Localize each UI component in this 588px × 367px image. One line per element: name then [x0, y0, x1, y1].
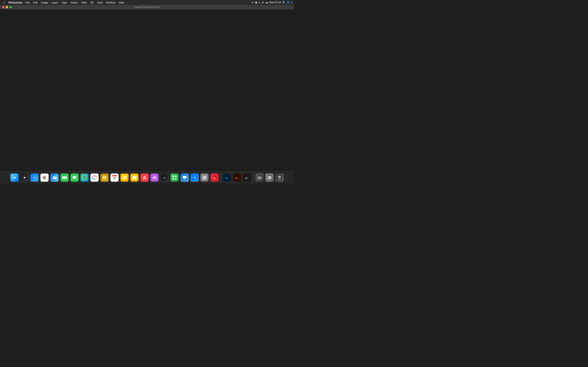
edit-menu[interactable]: Edit	[31, 0, 39, 5]
maximize-button[interactable]	[9, 6, 12, 8]
svg-point-30	[95, 176, 97, 177]
dock-item-bridge[interactable]: Br	[242, 173, 252, 182]
help-menu[interactable]: Help	[117, 0, 126, 5]
window-controls	[2, 6, 12, 8]
svg-point-29	[94, 175, 95, 176]
svg-rect-94	[258, 176, 259, 177]
svg-rect-102	[278, 176, 281, 177]
svg-rect-70	[183, 179, 186, 180]
svg-rect-65	[173, 178, 174, 180]
wifi-icon[interactable]: ⚡	[261, 1, 264, 4]
svg-point-78	[203, 177, 203, 178]
svg-point-34	[92, 176, 94, 177]
svg-point-82	[205, 176, 206, 177]
svg-text:10: 10	[113, 177, 116, 179]
svg-rect-20	[62, 176, 66, 179]
dock-item-trash[interactable]	[275, 173, 284, 182]
dock-item-chrome[interactable]	[40, 173, 49, 182]
dock-item-notefile[interactable]	[100, 173, 109, 182]
svg-text:A: A	[194, 176, 196, 179]
dock-item-creative-cloud[interactable]: Cc	[210, 173, 219, 182]
svg-text:Br: Br	[245, 177, 248, 179]
minimize-button[interactable]	[6, 6, 8, 8]
svg-rect-64	[175, 175, 177, 177]
dock-item-calendar[interactable]: 10	[110, 173, 119, 182]
menu-bar-left:  Photoshop File Edit Image Layer Type S…	[2, 0, 126, 5]
app-name-menu[interactable]: Photoshop	[7, 0, 24, 5]
user-avatar[interactable]: 👤	[287, 1, 290, 4]
clock: Wed 22:16	[269, 1, 281, 4]
menu-bar-right: 👁 ▦ A ⚡ ▬ Wed 22:16 🔍 👤 ≡	[251, 1, 292, 4]
dock-divider	[221, 174, 221, 182]
svg-point-31	[95, 178, 97, 179]
layer-menu[interactable]: Layer	[50, 0, 60, 5]
window-title: Adobe Photoshop 2020	[134, 6, 160, 8]
svg-point-80	[203, 176, 204, 177]
dock-item-maps[interactable]	[80, 173, 89, 182]
window-menu[interactable]: Window	[104, 0, 117, 5]
svg-rect-56	[144, 176, 144, 179]
svg-text:Ps: Ps	[225, 177, 228, 179]
dock-item-mail[interactable]	[50, 173, 59, 182]
svg-point-83	[203, 178, 204, 179]
svg-rect-68	[182, 176, 187, 179]
svg-point-54	[145, 178, 146, 179]
svg-point-81	[205, 178, 206, 179]
svg-rect-103	[279, 176, 280, 176]
dock-item-safari[interactable]	[30, 173, 39, 182]
dock-divider-2	[253, 174, 253, 182]
svg-point-5	[15, 177, 15, 177]
control-center-icon[interactable]: ▦	[255, 1, 257, 4]
dock-item-messages[interactable]	[70, 173, 79, 182]
svg-point-28	[94, 176, 95, 179]
filter-menu[interactable]: Filter	[79, 0, 89, 5]
svg-rect-66	[175, 178, 177, 180]
dock-item-photos[interactable]	[90, 173, 99, 182]
svg-point-75	[204, 177, 205, 178]
3d-menu[interactable]: 3D	[89, 0, 95, 5]
svg-rect-93	[258, 176, 261, 179]
svg-point-32	[94, 179, 95, 180]
svg-rect-62	[172, 175, 177, 180]
svg-point-77	[204, 179, 205, 180]
svg-point-76	[204, 175, 205, 176]
dock-item-sysprefs[interactable]	[200, 173, 209, 182]
select-menu[interactable]: Select	[69, 0, 79, 5]
dock-item-illustrator[interactable]: Ai	[232, 173, 242, 182]
file-menu[interactable]: File	[24, 0, 31, 5]
dock-item-keynote[interactable]	[180, 173, 189, 182]
svg-point-33	[92, 178, 94, 179]
dock-item-podcasts[interactable]	[150, 173, 159, 182]
dock-item-numbers[interactable]	[170, 173, 179, 182]
svg-text:Cc: Cc	[213, 177, 216, 179]
apple-menu[interactable]: 	[2, 0, 7, 5]
dock-item-finder[interactable]	[10, 173, 19, 182]
svg-text:Ai: Ai	[235, 177, 237, 179]
dock-item-appstore[interactable]: A	[190, 173, 199, 182]
search-icon[interactable]: 🔍	[282, 1, 285, 4]
view-menu[interactable]: View	[95, 0, 104, 5]
dock-item-music[interactable]	[140, 173, 149, 182]
dock: 10 tv	[0, 171, 294, 184]
type-menu[interactable]: Type	[60, 0, 69, 5]
svg-point-27	[84, 176, 85, 178]
battery-icon[interactable]: ▬	[266, 1, 268, 4]
dock-item-stickies[interactable]	[120, 173, 129, 182]
dock-item-photoshop[interactable]: Ps	[222, 173, 232, 182]
dock-item-files[interactable]	[255, 173, 264, 182]
svg-rect-63	[173, 175, 174, 177]
svg-point-4	[13, 177, 14, 177]
dock-item-files2[interactable]	[265, 173, 274, 182]
dock-item-launchpad[interactable]	[20, 173, 29, 182]
dock-item-appletv[interactable]: tv	[160, 173, 169, 182]
screen-record-icon[interactable]: 👁	[251, 1, 254, 4]
menu-bar:  Photoshop File Edit Image Layer Type S…	[0, 0, 294, 5]
image-menu[interactable]: Image	[39, 0, 50, 5]
title-bar: Adobe Photoshop 2020	[0, 5, 294, 9]
dock-item-notes[interactable]	[130, 173, 139, 182]
close-button[interactable]	[2, 6, 4, 8]
canvas-area	[0, 9, 294, 171]
dock-item-facetime[interactable]	[60, 173, 69, 182]
keyboard-icon[interactable]: A	[259, 1, 260, 4]
control-strip-icon[interactable]: ≡	[291, 1, 292, 4]
